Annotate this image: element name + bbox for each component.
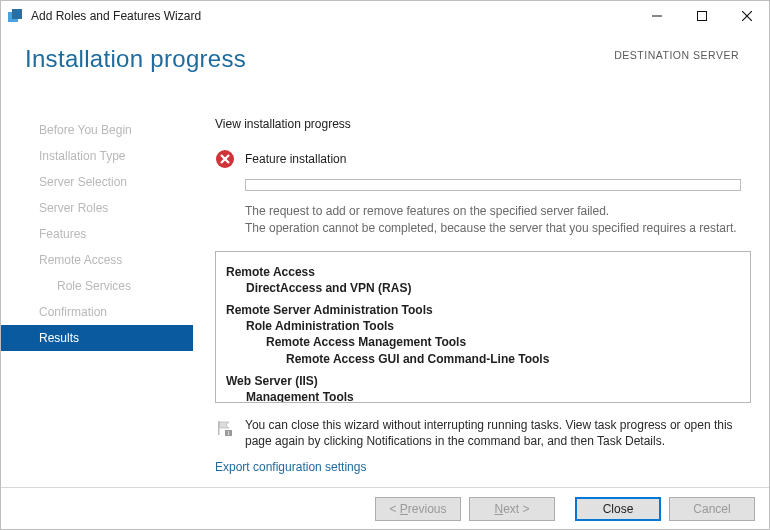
svg-rect-1: [12, 9, 22, 19]
maximize-button[interactable]: [679, 1, 724, 31]
feature-results-box[interactable]: Remote AccessDirectAccess and VPN (RAS)R…: [215, 251, 751, 403]
destination-server-label: DESTINATION SERVER: [614, 45, 739, 61]
body: Before You BeginInstallation TypeServer …: [1, 99, 769, 487]
wizard-step-installation-type: Installation Type: [1, 143, 193, 169]
content-area: View installation progress Feature insta…: [193, 99, 769, 487]
wizard-step-server-selection: Server Selection: [1, 169, 193, 195]
progress-bar: [245, 179, 741, 191]
wizard-step-before-you-begin: Before You Begin: [1, 117, 193, 143]
error-icon: [215, 149, 235, 169]
feature-item: Role Administration Tools: [226, 318, 740, 334]
hint-row: 1 You can close this wizard without inte…: [215, 403, 751, 457]
svg-text:1: 1: [227, 430, 230, 436]
feature-item: Remote Access GUI and Command-Line Tools: [226, 351, 740, 367]
titlebar: Add Roles and Features Wizard: [1, 1, 769, 31]
window-controls: [634, 1, 769, 31]
wizard-step-confirmation: Confirmation: [1, 299, 193, 325]
cancel-button: Cancel: [669, 497, 755, 521]
flag-icon: 1: [215, 419, 233, 437]
feature-item: Remote Access: [226, 264, 740, 280]
header-row: Installation progress DESTINATION SERVER: [1, 31, 769, 77]
feature-item: Remote Access Management Tools: [226, 334, 740, 350]
minimize-button[interactable]: [634, 1, 679, 31]
export-config-link[interactable]: Export configuration settings: [215, 456, 366, 474]
wizard-step-features: Features: [1, 221, 193, 247]
close-window-button[interactable]: [724, 1, 769, 31]
footer: < Previous Next > Close Cancel: [1, 487, 769, 529]
app-icon: [7, 8, 23, 24]
svg-rect-3: [697, 12, 706, 21]
section-label: View installation progress: [215, 117, 751, 131]
feature-item: Web Server (IIS): [226, 373, 740, 389]
wizard-step-remote-access: Remote Access: [1, 247, 193, 273]
previous-button: < Previous: [375, 497, 461, 521]
hint-text: You can close this wizard without interr…: [245, 417, 745, 451]
wizard-step-results[interactable]: Results: [1, 325, 193, 351]
feature-item: DirectAccess and VPN (RAS): [226, 280, 740, 296]
error-line-2: The operation cannot be completed, becau…: [245, 220, 743, 237]
feature-item: Remote Server Administration Tools: [226, 302, 740, 318]
wizard-step-server-roles: Server Roles: [1, 195, 193, 221]
status-text: Feature installation: [245, 152, 346, 166]
error-message: The request to add or remove features on…: [245, 203, 751, 237]
wizard-step-role-services: Role Services: [1, 273, 193, 299]
error-line-1: The request to add or remove features on…: [245, 203, 743, 220]
next-button: Next >: [469, 497, 555, 521]
window-title: Add Roles and Features Wizard: [31, 9, 201, 23]
feature-item: Management Tools: [226, 389, 740, 403]
close-button[interactable]: Close: [575, 497, 661, 521]
page-title: Installation progress: [25, 45, 246, 73]
wizard-steps-sidebar: Before You BeginInstallation TypeServer …: [1, 99, 193, 487]
status-row: Feature installation: [215, 149, 751, 169]
